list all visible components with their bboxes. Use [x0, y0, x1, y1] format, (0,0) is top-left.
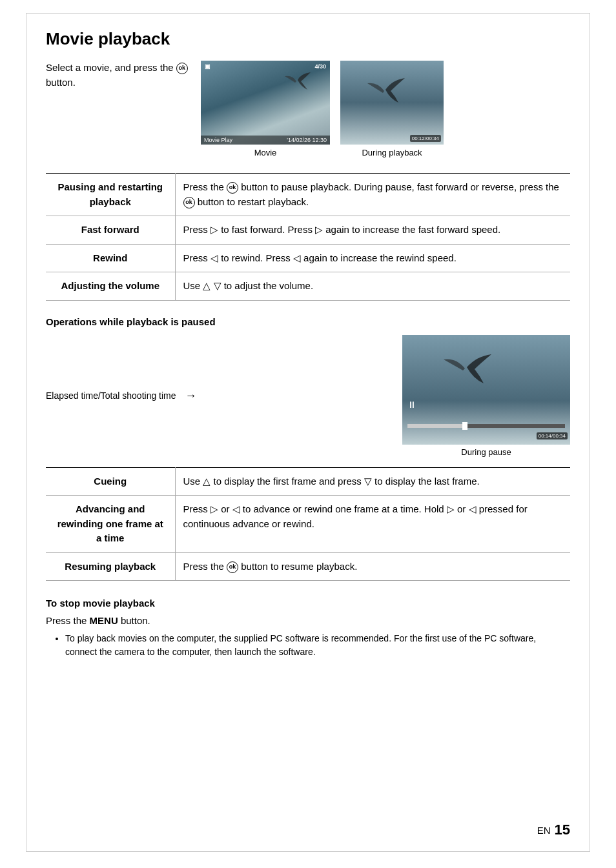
- photo-count: 4/30: [314, 63, 326, 70]
- volume-label: Adjusting the volume: [46, 272, 175, 301]
- bird-svg-2: [360, 70, 411, 116]
- paused-time-badge: 00:14/00:34: [537, 432, 568, 439]
- bird-svg-3: [435, 345, 499, 396]
- intro-text: Select a movie, and press the ok button.: [46, 61, 188, 90]
- movie-image-block: ▣ 4/30 Movie Play '14/02/26 12:30 Movie: [201, 61, 330, 157]
- memory-icon: ▣: [205, 63, 210, 70]
- table-row-volume: Adjusting the volume Use △ ▽ to adjust t…: [46, 272, 570, 301]
- intro-section: Select a movie, and press the ok button.: [46, 61, 570, 157]
- stop-section-title: To stop movie playback: [46, 596, 570, 611]
- movie-image: ▣ 4/30 Movie Play '14/02/26 12:30: [201, 61, 330, 145]
- intro-label2: button.: [46, 77, 76, 88]
- bullet-item-1: To play back movies on the computer, the…: [65, 632, 570, 659]
- cueing-desc: Use △ to display the first frame and pre…: [175, 467, 570, 496]
- progress-fill: [407, 424, 462, 428]
- movie-play-label: Movie Play: [204, 137, 232, 143]
- resuming-desc: Press the ok button to resume playback.: [175, 552, 570, 581]
- cueing-label: Cueing: [46, 467, 175, 496]
- arrow-right-icon: →: [185, 387, 197, 405]
- stop-section: To stop movie playback Press the MENU bu…: [46, 596, 570, 659]
- table-row-advancing: Advancing andrewinding one frame ata tim…: [46, 496, 570, 553]
- advancing-label: Advancing andrewinding one frame ata tim…: [46, 496, 175, 553]
- page-number: 15: [555, 822, 570, 838]
- rewind-desc: Press ◁ to rewind. Press ◁ again to incr…: [175, 244, 570, 272]
- playback-caption: During playback: [362, 148, 422, 157]
- bullet-list: To play back movies on the computer, the…: [65, 632, 570, 659]
- ok-icon-resume: ok: [227, 561, 238, 573]
- screen-label-bar: Movie Play '14/02/26 12:30: [201, 136, 330, 145]
- ok-icon-1: ok: [227, 182, 238, 194]
- elapsed-label: Elapsed time/Total shooting time: [46, 389, 176, 403]
- images-area: ▣ 4/30 Movie Play '14/02/26 12:30 Movie: [201, 61, 444, 157]
- volume-desc: Use △ ▽ to adjust the volume.: [175, 272, 570, 301]
- movie-date: '14/02/26 12:30: [287, 137, 327, 143]
- rewind-label: Rewind: [46, 244, 175, 272]
- page-title: Movie playback: [46, 29, 570, 49]
- fastforward-label: Fast forward: [46, 216, 175, 245]
- paused-caption: During pause: [461, 447, 511, 457]
- pause-desc: Press the ok button to pause playback. D…: [175, 174, 570, 216]
- table-row-fastforward: Fast forward Press ▷ to fast forward. Pr…: [46, 216, 570, 245]
- paused-text-area: Elapsed time/Total shooting time →: [46, 387, 389, 405]
- resuming-label: Resuming playback: [46, 552, 175, 581]
- stop-instruction: Press the MENU button.: [46, 614, 570, 629]
- paused-heading: Operations while playback is paused: [46, 316, 570, 327]
- movie-screen: ▣ 4/30 Movie Play '14/02/26 12:30: [201, 61, 330, 145]
- table-row-pause: Pausing and restartingplayback Press the…: [46, 174, 570, 216]
- pause-label: Pausing and restartingplayback: [46, 174, 175, 216]
- bird-svg-1: [278, 67, 317, 99]
- playback-image-block: 00:12/00:34 During playback: [340, 61, 444, 157]
- paused-content: Elapsed time/Total shooting time → ⏸: [46, 335, 570, 457]
- page-footer: EN 15: [537, 822, 570, 838]
- paused-image: ⏸ 00:14/00:34: [402, 335, 570, 445]
- table-row-resuming: Resuming playback Press the ok button to…: [46, 552, 570, 581]
- screen-overlay-top: ▣ 4/30: [201, 63, 330, 70]
- pause-icon: ⏸: [407, 399, 416, 410]
- menu-label: MENU: [90, 615, 118, 626]
- playback-screen: 00:12/00:34: [340, 61, 444, 145]
- ok-button-intro: ok: [176, 63, 188, 74]
- movie-caption: Movie: [254, 148, 277, 157]
- page-locale: EN: [537, 825, 551, 836]
- progress-bar-area: ⏸: [407, 424, 565, 428]
- intro-label: Select a movie, and press the: [46, 62, 174, 73]
- ok-icon-2: ok: [183, 197, 195, 208]
- progress-track: [407, 424, 565, 428]
- paused-image-area: ⏸ 00:14/00:34 During pause: [402, 335, 570, 457]
- page-container: Movie playback Select a movie, and press…: [26, 13, 590, 852]
- progress-thumb: [462, 422, 467, 430]
- paused-section: Operations while playback is paused Elap…: [46, 316, 570, 581]
- playback-image: 00:12/00:34: [340, 61, 444, 145]
- operations-table: Pausing and restartingplayback Press the…: [46, 173, 570, 301]
- fastforward-desc: Press ▷ to fast forward. Press ▷ again t…: [175, 216, 570, 245]
- playback-time-overlay: 00:12/00:34: [410, 135, 441, 142]
- table-row-rewind: Rewind Press ◁ to rewind. Press ◁ again …: [46, 244, 570, 272]
- table-row-cueing: Cueing Use △ to display the first frame …: [46, 467, 570, 496]
- elapsed-arrow-row: Elapsed time/Total shooting time →: [46, 387, 389, 405]
- advancing-desc: Press ▷ or ◁ to advance or rewind one fr…: [175, 496, 570, 553]
- paused-operations-table: Cueing Use △ to display the first frame …: [46, 467, 570, 581]
